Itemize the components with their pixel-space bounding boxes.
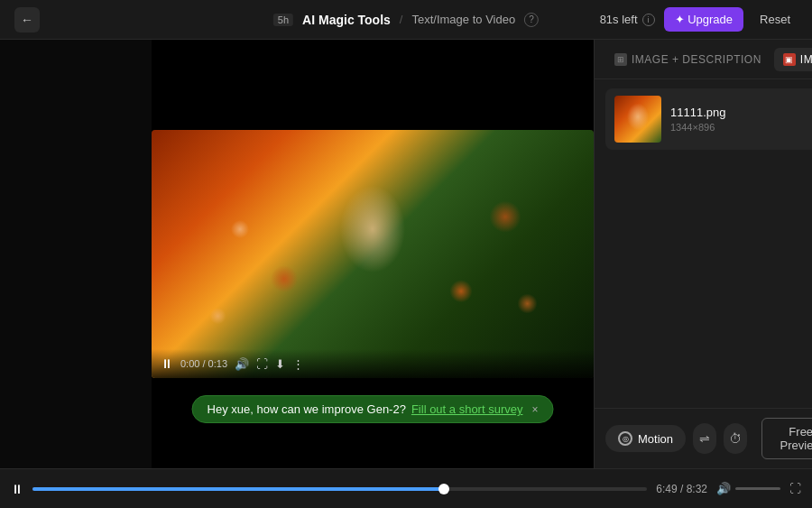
topbar-center: 5h AI Magic Tools / Text/Image to Video … [273,13,539,27]
survey-close-button[interactable]: × [531,403,538,416]
volume-speaker-icon[interactable]: 🔊 [716,482,731,495]
tab-image-label: IMAGE [800,53,812,66]
topbar-left: ← [14,7,40,32]
info-icon[interactable]: i [642,14,655,26]
adjust-button[interactable]: ⇌ [693,423,716,454]
right-panel: ⊞ IMAGE + DESCRIPTION ▣ IMAGE T TEXT 111… [594,40,812,468]
video-container: ⏸ 0:00 / 0:13 🔊 ⛶ ⬇ ⋮ Hey xue, how can w… [152,40,594,468]
tab-image[interactable]: ▣ IMAGE [774,48,812,71]
help-icon[interactable]: ? [524,13,539,27]
subtitle: Text/Image to Video [411,13,515,26]
file-thumbnail [614,96,661,143]
time-left-text: 81s left [600,13,638,26]
motion-button[interactable]: ◎ Motion [605,425,686,452]
survey-message: Hey xue, how can we improve Gen-2? [208,402,406,416]
separator: / [400,13,403,26]
volume-bar[interactable] [735,487,780,490]
reset-button[interactable]: Reset [752,7,798,32]
motion-label: Motion [638,432,673,446]
video-play-button[interactable]: ⏸ [161,356,173,371]
playback-progress[interactable] [32,487,647,491]
survey-link[interactable]: Fill out a short survey [411,402,523,416]
time-left: 81s left i [600,13,655,26]
volume-icon[interactable]: 🔊 [235,357,249,371]
video-image [152,130,594,378]
download-icon[interactable]: ⬇ [275,357,285,371]
playback-thumb [438,484,449,494]
playback-bar: ⏸ 6:49 / 8:32 🔊 ⛶ [0,468,812,508]
app-title: AI Magic Tools [302,13,391,27]
upgrade-button[interactable]: ✦ Upgrade [664,7,743,32]
playback-fill [32,487,444,491]
free-preview-button[interactable]: Free Preview [761,418,812,459]
left-sidebar [0,40,152,468]
tab-image-description-label: IMAGE + DESCRIPTION [632,53,761,66]
volume-control: 🔊 [716,482,780,495]
panel-tabs: ⊞ IMAGE + DESCRIPTION ▣ IMAGE T TEXT [595,40,812,79]
motion-icon: ◎ [618,431,632,446]
fullscreen-icon[interactable]: ⛶ [256,357,268,371]
history-button[interactable]: ⏱ [724,423,747,454]
more-icon[interactable]: ⋮ [292,357,304,371]
file-thumb-overlay [614,96,661,143]
back-button[interactable]: ← [14,7,40,32]
file-dimensions: 1344×896 [670,122,812,133]
photo-icon: ▣ [783,53,796,66]
fullscreen-button[interactable]: ⛶ [789,482,801,495]
playback-time: 6:49 / 8:32 [656,483,707,495]
survey-banner: Hey xue, how can we improve Gen-2? Fill … [192,395,554,423]
video-time: 0:00 / 0:13 [180,358,227,369]
tab-image-description[interactable]: ⊞ IMAGE + DESCRIPTION [605,48,770,71]
file-area: 11111.png 1344×896 🗑 [595,79,812,408]
time-badge: 5h [273,14,293,26]
file-info: 11111.png 1344×896 [670,106,812,133]
panel-bottom: ◎ Motion ⇌ ⏱ Free Preview Generate [595,408,812,468]
video-frame: ⏸ 0:00 / 0:13 🔊 ⛶ ⬇ ⋮ [152,130,594,378]
grid-icon: ⊞ [614,53,627,66]
main-content: ⏸ 0:00 / 0:13 🔊 ⛶ ⬇ ⋮ Hey xue, how can w… [0,40,812,468]
topbar-right: 81s left i ✦ Upgrade Reset [600,7,798,32]
video-overlay [152,130,594,378]
video-icons: 🔊 ⛶ ⬇ ⋮ [235,357,304,371]
video-controls: ⏸ 0:00 / 0:13 🔊 ⛶ ⬇ ⋮ [152,349,594,378]
file-name: 11111.png [670,106,812,119]
playback-play-button[interactable]: ⏸ [11,482,23,496]
topbar: ← 5h AI Magic Tools / Text/Image to Vide… [0,0,812,40]
file-row: 11111.png 1344×896 🗑 [605,88,812,150]
